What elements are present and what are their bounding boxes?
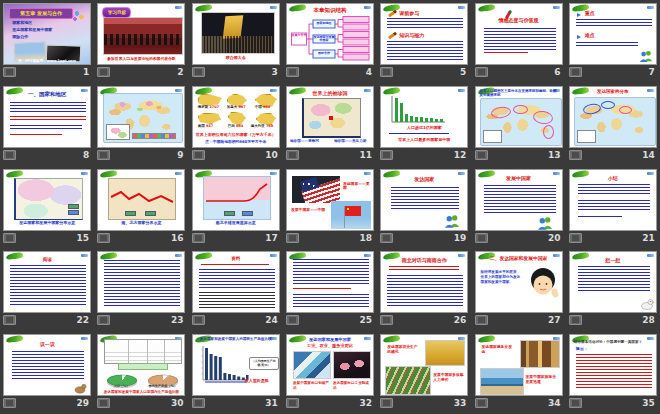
slide-thumbnail[interactable]: 发达国家——美国 发展中国家——中国 — [286, 169, 374, 231]
preview-icon[interactable] — [286, 398, 299, 408]
preview-icon[interactable] — [380, 315, 393, 325]
slide-thumbnail[interactable]: 重点 难点 — [569, 3, 657, 65]
slide-thumbnail[interactable]: 课前参与 知识与能力 — [380, 3, 468, 65]
slide-thumbnail[interactable]: 情感态度与价值观 — [475, 3, 563, 65]
preview-icon[interactable] — [97, 233, 110, 243]
section-heading-2: 难点 — [585, 32, 595, 38]
preview-icon[interactable] — [3, 233, 16, 243]
slide-thumbnail[interactable]: 发达国家服务业发达 发展中国家旅游业发展迅速 — [475, 334, 563, 396]
preview-icon[interactable] — [380, 67, 393, 77]
preview-icon[interactable] — [192, 398, 205, 408]
slide-thumbnail[interactable]: 发达国家和发展中国家分布示意 — [3, 169, 91, 231]
slide-thumbnail[interactable]: 二、发达国家和发展中国家 按经济发展水平的差异，世界上的国家划分为发达国家和发展… — [475, 251, 563, 313]
corner-mark — [81, 172, 88, 175]
slide-thumbnail[interactable]: 发展中国家 — [475, 169, 563, 231]
preview-icon[interactable] — [380, 398, 393, 408]
slide-thumbnail[interactable]: 想一想 — [569, 251, 657, 313]
preview-icon[interactable] — [569, 150, 582, 160]
preview-icon[interactable] — [97, 150, 110, 160]
preview-icon[interactable] — [192, 67, 205, 77]
density-oval — [532, 109, 554, 125]
map-inset — [483, 130, 502, 143]
preview-icon[interactable] — [286, 233, 299, 243]
slide-number: 31 — [265, 398, 280, 408]
cursor-arrow-icon — [577, 13, 581, 17]
bird-cartoon-icon — [74, 383, 87, 394]
slide-thumbnail[interactable]: 发达国家和发展中国家人均国民生产总值比较 （人均国民生产总值/美元） 收入差距悬… — [192, 334, 280, 396]
preview-icon[interactable] — [380, 233, 393, 243]
text-lines — [484, 28, 556, 50]
slide-thumbnail[interactable]: 世界人口稠密区主要分布在亚洲东部和南部、欧洲及北美洲东部 — [475, 86, 563, 148]
preview-icon[interactable] — [97, 315, 110, 325]
text-lines — [12, 351, 84, 379]
corner-mark — [553, 6, 560, 9]
preview-icon[interactable] — [380, 150, 393, 160]
slide-title: 南北对话与南南合作 — [381, 257, 467, 263]
preview-icon[interactable] — [97, 398, 110, 408]
preview-icon[interactable] — [3, 67, 16, 77]
preview-icon[interactable] — [569, 233, 582, 243]
preview-icon[interactable] — [286, 315, 299, 325]
slide-thumbnail[interactable] — [286, 251, 374, 313]
slide-thumbnail[interactable]: 发达国家 — [380, 169, 468, 231]
slide-number: 13 — [548, 150, 563, 160]
text-lines — [389, 133, 449, 136]
slide-thumbnail[interactable]: 阅读 — [3, 251, 91, 313]
photo-caption-1: 发达国家服务业发达 — [482, 345, 516, 354]
slide-thumbnail[interactable]: 小结 — [569, 169, 657, 231]
slide-thumbnail[interactable]: 俄罗斯 1707 加拿大 997 中国 960 美国 937 巴西 854 澳大… — [192, 86, 280, 148]
slide-thumbnail[interactable] — [97, 86, 185, 148]
preview-icon[interactable] — [286, 150, 299, 160]
slide-thumbnail[interactable]: 发达国家和发展中国家 工业、农业、服务业对比 发展中国家出口初级产品 发达国家出… — [286, 334, 374, 396]
preview-icon[interactable] — [192, 233, 205, 243]
legend-chip — [145, 211, 156, 216]
slide-thumbnail[interactable]: 第五章 发展与合作 国家和地区 发达国家和发展中国家 国际合作 第一PPT模板网… — [3, 3, 91, 65]
footer-watermark: 第一PPT模板网：www.1ppt.com — [4, 59, 90, 63]
slide-thumbnail[interactable]: 南、北方国家分界示意 — [97, 169, 185, 231]
slide-thumbnail[interactable]: 人口（%） 国内生产总值（%） 发达国家和发展中国家人口与国内生产总值比较 — [97, 334, 185, 396]
corner-mark — [364, 172, 371, 175]
slide-thumbnail[interactable]: 一、国家和地区 — [3, 86, 91, 148]
preview-icon[interactable] — [192, 315, 205, 325]
preview-icon[interactable] — [569, 398, 582, 408]
preview-icon[interactable] — [3, 398, 16, 408]
slide-thumbnail[interactable]: 南北对话与南南合作 — [380, 251, 468, 313]
corner-mark — [175, 6, 182, 9]
preview-icon[interactable] — [475, 233, 488, 243]
slide-thumbnail[interactable]: 世界上的袖珍国 袖珍国——梵蒂冈 袖珍国——圣马力诺 — [286, 86, 374, 148]
preview-icon[interactable] — [569, 67, 582, 77]
preview-icon[interactable] — [475, 315, 488, 325]
photo-caption: 联合国大会 — [193, 56, 279, 61]
photo-screen — [222, 15, 243, 38]
section-heading: 情感态度与价值观 — [476, 17, 562, 23]
slide-title: 第五章 发展与合作 — [10, 10, 72, 16]
preview-icon[interactable] — [3, 315, 16, 325]
slide-thumbnail[interactable]: 议一议 — [3, 334, 91, 396]
legend-chip — [125, 211, 136, 216]
diagram-node-2: 发达国家与发展中国家 — [313, 36, 335, 43]
corner-mark — [81, 337, 88, 340]
figure-caption: 发达国家和发展中国家人口与国内生产总值比较 — [98, 390, 184, 394]
slide-thumbnail[interactable]: 人口超过1亿的国家 世界上人口最多的国家是中国 — [380, 86, 468, 148]
slide-thumbnail[interactable]: 南北半球发展差异示意 — [192, 169, 280, 231]
slide-thumbnail[interactable]: 学习目标 参加世界人口与发展论坛的各国代表合影 — [97, 3, 185, 65]
preview-icon[interactable] — [569, 315, 582, 325]
preview-icon[interactable] — [192, 150, 205, 160]
density-oval — [513, 105, 528, 114]
preview-icon[interactable] — [475, 67, 488, 77]
slide-thumbnail[interactable]: 资料 — [192, 251, 280, 313]
data-table — [104, 339, 182, 364]
preview-icon[interactable] — [3, 150, 16, 160]
preview-icon[interactable] — [286, 67, 299, 77]
slide-cell: 阅读 22 — [0, 248, 94, 331]
text-lines — [576, 42, 638, 48]
slide-thumbnail[interactable]: 发达国家的分布 — [569, 86, 657, 148]
preview-icon[interactable] — [475, 150, 488, 160]
preview-icon[interactable] — [475, 398, 488, 408]
slide-thumbnail[interactable]: 联合国大会 — [192, 3, 280, 65]
preview-icon[interactable] — [97, 67, 110, 77]
slide-thumbnail[interactable]: 结合课本活动讨论：中国属于哪一类国家？ 提示： — [569, 334, 657, 396]
slide-thumbnail[interactable]: 本章知识结构 发展与合作 国家和地区 发达国家与发展中国家 国际合作 — [286, 3, 374, 65]
slide-thumbnail[interactable] — [97, 251, 185, 313]
slide-thumbnail[interactable]: 发达国家农业生产机械化 发展中国家多依靠人力劳作 — [380, 334, 468, 396]
